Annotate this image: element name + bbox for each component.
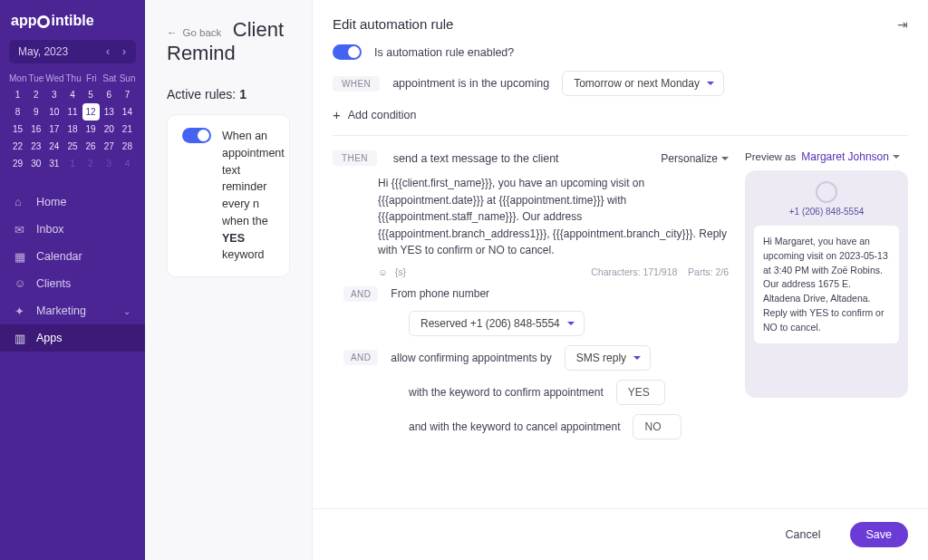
collapse-panel-icon[interactable]: ⇥ [897, 17, 908, 32]
cal-day[interactable]: 2 [82, 155, 100, 172]
rule-card[interactable]: When an appointment text reminder every … [167, 114, 290, 277]
cal-day[interactable]: 9 [27, 103, 44, 121]
parts-counter: Parts: 2/6 [688, 266, 729, 277]
when-badge: WHEN [333, 76, 380, 92]
home-icon: ⌂ [14, 196, 27, 208]
sidebar: app intible May, 2023 ‹ › MonTueWedThuFr… [0, 0, 145, 560]
nav-calendar-label: Calendar [36, 250, 82, 263]
rule-line-3a: when the [222, 215, 268, 227]
inbox-icon: ✉ [14, 223, 27, 236]
cal-day[interactable]: 7 [119, 86, 136, 103]
cal-weekday: Sat [101, 71, 118, 86]
when-timeframe-select[interactable]: Tomorrow or next Monday [562, 71, 724, 96]
nav-marketing-label: Marketing [36, 304, 86, 317]
avatar-icon [816, 181, 837, 203]
cal-day[interactable]: 29 [9, 155, 26, 172]
cal-day[interactable]: 4 [63, 86, 81, 103]
nav-inbox-label: Inbox [36, 223, 64, 236]
and-badge-1: AND [343, 286, 378, 302]
cal-day[interactable]: 11 [63, 103, 81, 121]
cal-day[interactable]: 12 [82, 103, 100, 121]
cal-day[interactable]: 30 [27, 155, 44, 172]
rule-keyword: YES [222, 232, 245, 245]
add-condition-button[interactable]: + Add condition [333, 107, 908, 122]
nav-home[interactable]: ⌂Home [0, 188, 145, 216]
calendar-icon: ▦ [14, 250, 27, 263]
rule-toggle[interactable] [182, 128, 211, 143]
brand-dot-icon [37, 15, 50, 28]
preview-client-select[interactable]: Margaret Johnson [801, 150, 900, 163]
nav-home-label: Home [36, 196, 66, 208]
rule-line-2: text reminder every n [222, 164, 266, 211]
rule-line-3b: keyword [222, 248, 265, 261]
active-rules-label: Active rules: [167, 87, 236, 101]
rule-summary: When an appointment text reminder every … [222, 128, 285, 264]
enable-label: Is automation rule enabled? [374, 46, 514, 59]
cal-weekday: Sun [119, 71, 136, 86]
arrow-left-icon: ← [167, 27, 178, 38]
cal-day[interactable]: 1 [63, 155, 81, 172]
cal-day[interactable]: 23 [27, 138, 44, 155]
char-counter: Characters: 171/918 [591, 266, 677, 277]
emoji-icon[interactable]: ☺ [378, 266, 388, 277]
nav-inbox[interactable]: ✉Inbox [0, 216, 145, 243]
cal-day[interactable]: 28 [119, 138, 136, 155]
nav-marketing[interactable]: ✦Marketing⌄ [0, 297, 145, 324]
cal-day[interactable]: 15 [9, 121, 26, 138]
cal-day[interactable]: 6 [101, 86, 118, 103]
cal-day[interactable]: 2 [27, 86, 44, 103]
cal-day[interactable]: 3 [101, 155, 118, 172]
brand-pre: app [11, 13, 36, 29]
personalize-dropdown[interactable]: Personalize [661, 152, 729, 165]
cal-day[interactable]: 16 [27, 121, 44, 138]
cal-weekday: Fri [83, 71, 101, 86]
go-back-link[interactable]: ← Go back [167, 27, 221, 38]
confirm-keyword-input[interactable]: YES [616, 380, 665, 405]
cal-day[interactable]: 26 [82, 138, 100, 155]
cancel-keyword-label: and with the keyword to cancel appointme… [409, 420, 620, 433]
month-prev-icon[interactable]: ‹ [100, 45, 116, 58]
cal-day[interactable]: 13 [101, 103, 118, 121]
allow-method-select[interactable]: SMS reply [565, 345, 651, 371]
brand-logo: app intible [0, 13, 145, 40]
preview-client-name: Margaret Johnson [801, 150, 889, 163]
main-nav: ⌂Home ✉Inbox ▦Calendar ☺Clients ✦Marketi… [0, 188, 145, 560]
cal-day[interactable]: 21 [119, 121, 136, 138]
cal-day[interactable]: 19 [82, 121, 100, 138]
cal-day[interactable]: 5 [82, 86, 100, 103]
nav-clients[interactable]: ☺Clients [0, 270, 145, 297]
cal-day[interactable]: 20 [101, 121, 118, 138]
plus-icon: + [333, 107, 341, 122]
cal-day[interactable]: 14 [119, 103, 136, 121]
cal-day[interactable]: 10 [45, 103, 63, 121]
preview-message-bubble: Hi Margaret, you have an upcoming visit … [754, 226, 899, 343]
nav-clients-label: Clients [36, 277, 71, 290]
month-next-icon[interactable]: › [116, 45, 132, 58]
cancel-keyword-input[interactable]: NO [633, 414, 682, 439]
go-back-label: Go back [183, 27, 222, 38]
confirm-keyword-label: with the keyword to confirm appointment [409, 386, 604, 399]
enable-toggle[interactable] [333, 44, 362, 60]
cal-day[interactable]: 18 [63, 121, 81, 138]
from-number-select[interactable]: Reserved +1 (206) 848-5554 [409, 311, 585, 336]
cancel-button[interactable]: Cancel [769, 522, 837, 547]
chevron-down-icon: ⌄ [123, 306, 130, 316]
cal-day[interactable]: 1 [9, 86, 26, 103]
cal-day[interactable]: 8 [9, 103, 26, 121]
cal-day[interactable]: 4 [119, 155, 136, 172]
page-title: Client Remind [167, 18, 284, 64]
nav-apps[interactable]: ▥Apps [0, 324, 145, 352]
cal-day[interactable]: 31 [45, 155, 63, 172]
cal-day[interactable]: 17 [45, 121, 63, 138]
panel-title: Edit automation rule [333, 16, 453, 32]
nav-calendar[interactable]: ▦Calendar [0, 243, 145, 270]
month-selector[interactable]: May, 2023 ‹ › [9, 40, 136, 63]
cal-day[interactable]: 27 [101, 138, 118, 155]
cal-day[interactable]: 25 [63, 138, 81, 155]
cal-day[interactable]: 24 [45, 138, 63, 155]
cal-day[interactable]: 3 [45, 86, 63, 103]
message-textarea[interactable]: Hi {{{client.first_name}}}, you have an … [378, 175, 729, 259]
save-button[interactable]: Save [850, 522, 909, 547]
variable-icon[interactable]: {s} [395, 266, 406, 277]
cal-day[interactable]: 22 [9, 138, 26, 155]
